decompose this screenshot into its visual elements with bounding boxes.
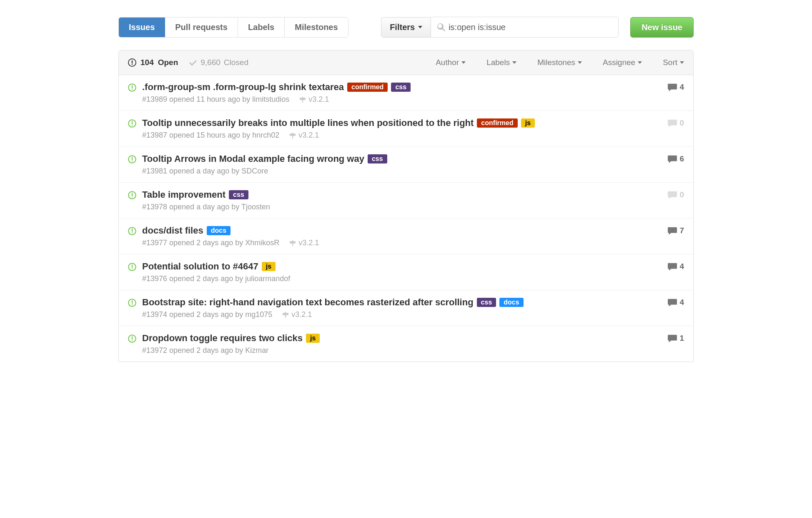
search-icon <box>437 23 445 31</box>
closed-label: Closed <box>224 58 248 67</box>
issue-label[interactable]: css <box>391 83 411 92</box>
issue-label[interactable]: css <box>229 190 248 199</box>
filter-sort[interactable]: Sort <box>663 58 684 67</box>
milestone-link[interactable]: v3.2.1 <box>289 131 319 140</box>
issue-meta-text: #13978 opened a day ago by Tjoosten <box>142 203 270 211</box>
tab-labels[interactable]: Labels <box>238 18 285 37</box>
header-row: Issues Pull requests Labels Milestones F… <box>118 17 694 38</box>
issue-label[interactable]: confirmed <box>347 83 388 92</box>
svg-point-23 <box>132 340 133 341</box>
issue-title-link[interactable]: docs/dist files <box>142 225 203 236</box>
caret-down-icon <box>512 61 516 64</box>
issue-list: .form-group-sm .form-group-lg shrink tex… <box>118 75 694 362</box>
comment-count: 6 <box>679 154 684 163</box>
comments-link[interactable]: 4 <box>668 261 684 271</box>
svg-point-5 <box>132 125 133 126</box>
closed-state-filter[interactable]: 9,660 Closed <box>189 58 248 67</box>
page-container: Issues Pull requests Labels Milestones F… <box>118 17 694 362</box>
issue-row[interactable]: Tooltip unnecessarily breaks into multip… <box>119 111 693 147</box>
issue-title-link[interactable]: Potential solution to #4647 <box>142 261 258 272</box>
issue-label[interactable]: js <box>521 118 535 128</box>
issue-label[interactable]: js <box>262 262 276 271</box>
svg-point-8 <box>132 161 133 161</box>
search-input[interactable] <box>445 18 612 36</box>
open-state-filter[interactable]: 104 Open <box>128 58 178 67</box>
issue-row[interactable]: Tooltip Arrows in Modal example facing w… <box>119 147 693 183</box>
issue-row[interactable]: docs/dist filesdocs#13977 opened 2 days … <box>119 219 693 254</box>
svg-point-20 <box>132 304 133 305</box>
caret-down-icon <box>638 61 642 64</box>
svg-point-17 <box>132 268 133 269</box>
comment-count: 1 <box>679 334 684 343</box>
comment-count: 4 <box>679 83 684 92</box>
new-issue-button[interactable]: New issue <box>630 17 694 38</box>
comment-count: 4 <box>679 262 684 271</box>
milestone-link[interactable]: v3.2.1 <box>282 310 312 319</box>
milestone-link[interactable]: v3.2.1 <box>289 239 319 247</box>
issue-open-icon <box>128 263 136 273</box>
issue-meta-text: #13976 opened 2 days ago by julioarmando… <box>142 274 290 283</box>
issue-title-link[interactable]: Tooltip Arrows in Modal example facing w… <box>142 153 364 164</box>
issue-body: .form-group-sm .form-group-lg shrink tex… <box>142 82 659 104</box>
issue-meta: #13987 opened 15 hours ago by hnrch02v3.… <box>142 131 659 140</box>
issue-meta: #13974 opened 2 days ago by mg1075v3.2.1 <box>142 310 659 319</box>
caret-down-icon <box>680 61 684 64</box>
comments-link[interactable]: 1 <box>668 333 684 343</box>
comments-link[interactable]: 7 <box>668 225 684 235</box>
issue-meta-text: #13972 opened 2 days ago by Kizmar <box>142 346 268 355</box>
issue-row[interactable]: Potential solution to #4647js#13976 open… <box>119 254 693 290</box>
tab-pull-requests[interactable]: Pull requests <box>165 18 238 37</box>
comments-link[interactable]: 4 <box>668 82 684 92</box>
issue-body: Potential solution to #4647js#13976 open… <box>142 261 659 283</box>
issue-title-link[interactable]: Tooltip unnecessarily breaks into multip… <box>142 118 474 128</box>
check-icon <box>189 58 197 67</box>
issue-meta: #13989 opened 11 hours ago by limitstudi… <box>142 95 659 104</box>
comments-link[interactable]: 6 <box>668 153 684 163</box>
svg-point-11 <box>132 196 133 197</box>
caret-down-icon <box>461 61 466 64</box>
list-toolbar: 104 Open 9,660 Closed Author Labels Mile… <box>118 50 694 75</box>
issue-open-icon <box>128 334 136 345</box>
issue-title-link[interactable]: Bootstrap site: right-hand navigation te… <box>142 297 474 308</box>
issue-meta: #13977 opened 2 days ago by XhmikosRv3.2… <box>142 239 659 247</box>
filter-milestones[interactable]: Milestones <box>537 58 582 67</box>
issue-body: Dropdown toggle requires two clicksjs#13… <box>142 333 659 355</box>
filter-labels[interactable]: Labels <box>486 58 516 67</box>
filter-author[interactable]: Author <box>436 58 466 67</box>
issue-title-link[interactable]: .form-group-sm .form-group-lg shrink tex… <box>142 82 344 93</box>
issue-row[interactable]: Table improvementcss#13978 opened a day … <box>119 183 693 219</box>
comment-count: 0 <box>679 118 684 128</box>
comment-count: 0 <box>679 190 684 199</box>
filters-button[interactable]: Filters <box>381 17 431 38</box>
svg-point-14 <box>132 232 133 233</box>
search-box[interactable] <box>431 17 619 38</box>
comments-link[interactable]: 0 <box>668 189 684 199</box>
tab-milestones[interactable]: Milestones <box>285 18 348 37</box>
milestone-link[interactable]: v3.2.1 <box>299 95 329 104</box>
issue-row[interactable]: Bootstrap site: right-hand navigation te… <box>119 290 693 326</box>
issue-title-link[interactable]: Dropdown toggle requires two clicks <box>142 333 303 344</box>
issue-meta: #13972 opened 2 days ago by Kizmar <box>142 346 659 355</box>
issue-title-link[interactable]: Table improvement <box>142 189 226 200</box>
issue-body: Tooltip Arrows in Modal example facing w… <box>142 153 659 176</box>
issue-meta-text: #13974 opened 2 days ago by mg1075 <box>142 310 272 319</box>
comments-link[interactable]: 4 <box>668 297 684 307</box>
filters-label: Filters <box>390 23 415 32</box>
issue-label[interactable]: docs <box>207 226 231 235</box>
closed-count: 9,660 <box>200 58 221 67</box>
issue-label[interactable]: css <box>368 154 387 163</box>
issue-label[interactable]: confirmed <box>477 118 517 128</box>
issue-label[interactable]: js <box>306 334 320 343</box>
caret-down-icon <box>418 26 422 28</box>
comment-count: 4 <box>679 298 684 307</box>
issue-label[interactable]: css <box>477 298 496 307</box>
issue-meta-text: #13989 opened 11 hours ago by limitstudi… <box>142 95 289 104</box>
filter-assignee[interactable]: Assignee <box>603 58 642 67</box>
tab-issues[interactable]: Issues <box>119 18 165 37</box>
issue-label[interactable]: docs <box>499 298 523 307</box>
issue-row[interactable]: .form-group-sm .form-group-lg shrink tex… <box>119 75 693 111</box>
issue-open-icon <box>128 83 136 94</box>
nav-tabs: Issues Pull requests Labels Milestones <box>118 17 348 38</box>
comments-link[interactable]: 0 <box>668 118 684 128</box>
issue-row[interactable]: Dropdown toggle requires two clicksjs#13… <box>119 326 693 362</box>
